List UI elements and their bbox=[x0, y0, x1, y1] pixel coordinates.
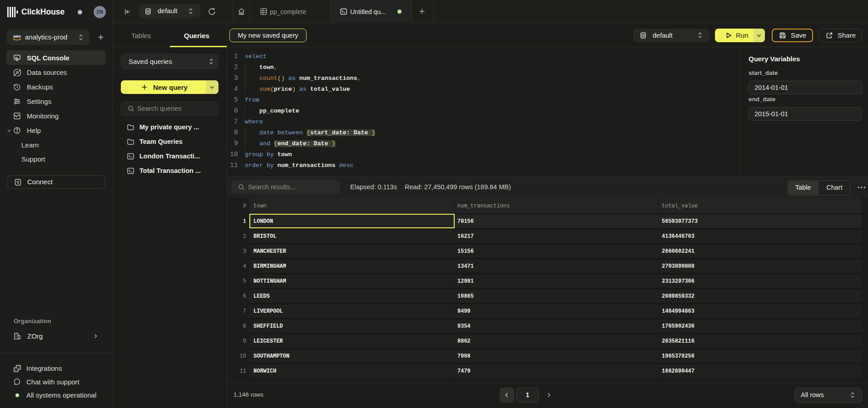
svg-text:aws: aws bbox=[13, 34, 21, 39]
